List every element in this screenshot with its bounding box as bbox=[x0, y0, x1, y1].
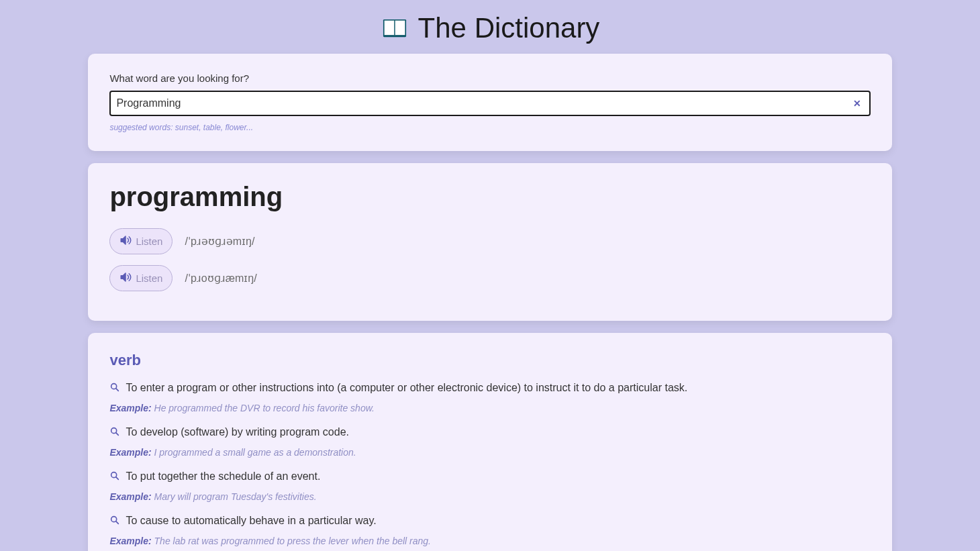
example-text: Example: Mary will program Tuesday's fes… bbox=[109, 491, 870, 502]
speaker-icon bbox=[119, 234, 132, 248]
page-title: The Dictionary bbox=[0, 0, 980, 54]
magnifier-icon bbox=[109, 514, 120, 530]
svg-line-7 bbox=[116, 433, 119, 436]
svg-marker-3 bbox=[121, 273, 126, 281]
definition-text: To develop (software) by writing program… bbox=[109, 424, 870, 442]
listen-button[interactable]: Listen bbox=[109, 265, 173, 291]
search-card: What word are you looking for? ✕ suggest… bbox=[88, 54, 891, 151]
listen-button[interactable]: Listen bbox=[109, 228, 173, 254]
search-input[interactable] bbox=[109, 91, 870, 116]
book-icon bbox=[381, 14, 409, 42]
magnifier-icon bbox=[109, 425, 120, 442]
svg-marker-2 bbox=[121, 236, 126, 244]
definition-text: To put together the schedule of an event… bbox=[109, 468, 870, 486]
svg-line-9 bbox=[116, 477, 119, 480]
meanings-card: verb To enter a program or other instruc… bbox=[88, 333, 891, 551]
phonetic-row: Listen/ˈpɹəʊɡɹəmɪŋ/ bbox=[109, 228, 870, 254]
word-card: programming Listen/ˈpɹəʊɡɹəmɪŋ/Listen/ˈp… bbox=[88, 163, 891, 321]
magnifier-icon bbox=[109, 470, 120, 486]
svg-line-5 bbox=[116, 389, 119, 391]
definition-text: To enter a program or other instructions… bbox=[109, 380, 870, 397]
example-text: Example: The lab rat was programmed to p… bbox=[109, 536, 870, 546]
listen-label: Listen bbox=[136, 272, 162, 284]
word-heading: programming bbox=[109, 182, 870, 212]
clear-search-button[interactable]: ✕ bbox=[850, 95, 864, 111]
speaker-icon bbox=[119, 271, 132, 285]
example-text: Example: He programmed the DVR to record… bbox=[109, 403, 870, 413]
search-box: ✕ bbox=[109, 91, 870, 116]
suggested-words: suggested words: sunset, table, flower..… bbox=[109, 123, 870, 132]
page-title-text: The Dictionary bbox=[418, 12, 600, 44]
magnifier-icon bbox=[109, 381, 120, 397]
phonetic-row: Listen/ˈpɹoʊɡɹæmɪŋ/ bbox=[109, 265, 870, 291]
phonetic-text: /ˈpɹəʊɡɹəmɪŋ/ bbox=[185, 235, 254, 248]
part-of-speech: verb bbox=[109, 352, 870, 369]
close-icon: ✕ bbox=[853, 98, 861, 109]
example-text: Example: I programmed a small game as a … bbox=[109, 447, 870, 458]
definition-entry: To cause to automatically behave in a pa… bbox=[109, 513, 870, 546]
definition-entry: To put together the schedule of an event… bbox=[109, 468, 870, 502]
phonetic-text: /ˈpɹoʊɡɹæmɪŋ/ bbox=[185, 272, 256, 285]
definition-entry: To enter a program or other instructions… bbox=[109, 380, 870, 413]
listen-label: Listen bbox=[136, 236, 162, 247]
definition-text: To cause to automatically behave in a pa… bbox=[109, 513, 870, 530]
search-label: What word are you looking for? bbox=[109, 72, 870, 84]
definition-entry: To develop (software) by writing program… bbox=[109, 424, 870, 458]
svg-line-11 bbox=[116, 521, 119, 524]
